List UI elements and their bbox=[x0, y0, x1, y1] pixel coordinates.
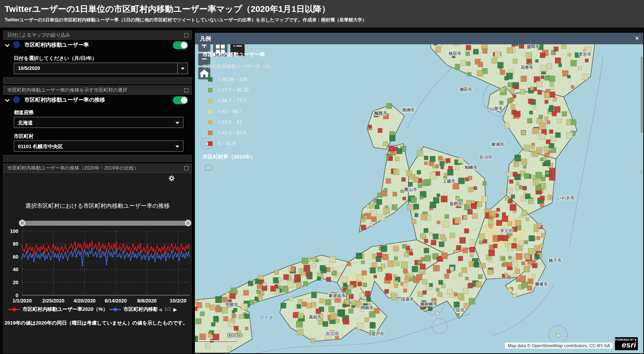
municipality-square[interactable] bbox=[329, 306, 335, 312]
municipality-square[interactable] bbox=[410, 252, 413, 255]
municipality-square[interactable] bbox=[528, 199, 534, 204]
municipality-square[interactable] bbox=[519, 276, 526, 282]
municipality-square[interactable] bbox=[467, 209, 472, 214]
municipality-square[interactable] bbox=[456, 313, 459, 316]
municipality-square[interactable] bbox=[421, 257, 425, 261]
close-icon[interactable]: × bbox=[635, 35, 639, 41]
municipality-square[interactable] bbox=[364, 216, 368, 220]
municipality-square[interactable] bbox=[393, 246, 399, 251]
municipality-square[interactable] bbox=[463, 215, 467, 220]
municipality-square[interactable] bbox=[210, 305, 215, 310]
municipality-square[interactable] bbox=[289, 297, 294, 301]
municipality-square[interactable] bbox=[358, 282, 362, 286]
municipality-square[interactable] bbox=[541, 183, 545, 187]
municipality-square[interactable] bbox=[200, 312, 205, 316]
municipality-square[interactable] bbox=[421, 214, 427, 220]
municipality-square[interactable] bbox=[381, 246, 387, 252]
municipality-square[interactable] bbox=[307, 303, 312, 309]
municipality-square[interactable] bbox=[493, 244, 498, 248]
municipality-square[interactable] bbox=[263, 283, 266, 286]
municipality-square[interactable] bbox=[345, 289, 351, 295]
date-filter-panel-title[interactable]: 日付によるマップの絞り込み bbox=[3, 31, 192, 40]
municipality-square[interactable] bbox=[392, 204, 397, 210]
municipality-square[interactable] bbox=[320, 299, 324, 303]
municipality-square[interactable] bbox=[471, 203, 477, 209]
municipality-square[interactable] bbox=[370, 223, 373, 226]
municipality-square[interactable] bbox=[438, 280, 443, 285]
municipality-square[interactable] bbox=[468, 176, 472, 180]
municipality-square[interactable] bbox=[357, 323, 363, 330]
municipality-square[interactable] bbox=[541, 177, 545, 181]
legend-panel-header[interactable]: 凡例 × bbox=[195, 33, 643, 44]
municipality-square[interactable] bbox=[532, 263, 537, 268]
municipality-square[interactable] bbox=[528, 248, 534, 254]
municipality-square[interactable] bbox=[424, 248, 429, 253]
gear-icon[interactable] bbox=[168, 175, 175, 182]
municipality-square[interactable] bbox=[401, 190, 404, 193]
municipality-square[interactable] bbox=[535, 185, 541, 191]
municipality-square[interactable] bbox=[458, 256, 463, 261]
municipality-square[interactable] bbox=[234, 308, 237, 312]
municipality-square[interactable] bbox=[512, 261, 518, 267]
municipality-square[interactable] bbox=[474, 186, 477, 190]
trend-line-chart[interactable]: 100806040200 bbox=[0, 227, 195, 304]
chart-panel-title[interactable]: 市区町村内移動ユーザー率の推移（2020年・2019年の比較） bbox=[3, 163, 192, 173]
municipality-square[interactable] bbox=[453, 183, 459, 189]
municipality-square[interactable] bbox=[362, 271, 367, 275]
municipality-square[interactable] bbox=[476, 281, 482, 287]
municipality-square[interactable] bbox=[224, 316, 229, 321]
municipality-square[interactable] bbox=[367, 297, 371, 302]
municipality-square[interactable] bbox=[519, 241, 524, 245]
municipality-square[interactable] bbox=[508, 288, 512, 293]
municipality-square[interactable] bbox=[516, 253, 522, 260]
municipality-square[interactable] bbox=[349, 309, 353, 313]
municipality-square[interactable] bbox=[522, 210, 527, 216]
municipality-square[interactable] bbox=[429, 283, 433, 287]
municipality-square[interactable] bbox=[526, 218, 529, 221]
municipality-square[interactable] bbox=[383, 254, 389, 260]
municipality-square[interactable] bbox=[376, 257, 381, 262]
municipality-square[interactable] bbox=[321, 267, 326, 273]
municipality-square[interactable] bbox=[441, 196, 448, 202]
municipality-square[interactable] bbox=[532, 274, 535, 277]
municipality-square[interactable] bbox=[288, 282, 294, 288]
municipality-square[interactable] bbox=[415, 213, 418, 217]
municipality-square[interactable] bbox=[437, 194, 440, 197]
date-layer-toggle[interactable] bbox=[173, 41, 188, 49]
municipality-square[interactable] bbox=[250, 300, 254, 304]
chart-legend-entry-2019[interactable]: 市区町村内移動ユーザ bbox=[109, 306, 157, 313]
municipality-square[interactable] bbox=[412, 219, 417, 224]
municipality-square[interactable] bbox=[443, 221, 449, 228]
municipality-square[interactable] bbox=[422, 280, 427, 284]
chart-legend-entry-2020[interactable]: 市区町村内移動ユーザー率2020（%） bbox=[8, 306, 105, 313]
municipality-square[interactable] bbox=[231, 288, 237, 294]
municipality-square[interactable] bbox=[436, 257, 440, 261]
chart-range-slider[interactable] bbox=[20, 221, 190, 226]
municipality-square[interactable] bbox=[478, 275, 482, 279]
municipality-square[interactable] bbox=[326, 277, 331, 281]
municipality-square[interactable] bbox=[291, 267, 295, 271]
municipality-square[interactable] bbox=[450, 267, 454, 270]
municipality-square[interactable] bbox=[274, 270, 279, 275]
municipality-square[interactable] bbox=[256, 290, 260, 294]
municipality-square[interactable] bbox=[298, 313, 304, 319]
municipality-square[interactable] bbox=[407, 204, 413, 210]
municipality-square[interactable] bbox=[511, 195, 515, 199]
municipality-square[interactable] bbox=[465, 277, 469, 280]
municipality-square[interactable] bbox=[403, 289, 407, 293]
municipality-square[interactable] bbox=[439, 242, 444, 247]
municipality-square[interactable] bbox=[413, 177, 419, 182]
municipality-square[interactable] bbox=[406, 276, 410, 280]
municipality-square[interactable] bbox=[521, 197, 526, 201]
municipality-square[interactable] bbox=[216, 296, 222, 303]
municipality-square[interactable] bbox=[453, 250, 456, 253]
municipality-square[interactable] bbox=[454, 293, 457, 296]
municipality-square[interactable] bbox=[423, 291, 427, 294]
municipality-square[interactable] bbox=[528, 278, 533, 284]
municipality-square[interactable] bbox=[513, 238, 517, 242]
municipality-square[interactable] bbox=[454, 302, 459, 307]
municipality-square[interactable] bbox=[462, 247, 468, 253]
municipality-square[interactable] bbox=[386, 178, 391, 183]
municipality-square[interactable] bbox=[375, 205, 380, 209]
municipality-square[interactable] bbox=[404, 252, 409, 257]
